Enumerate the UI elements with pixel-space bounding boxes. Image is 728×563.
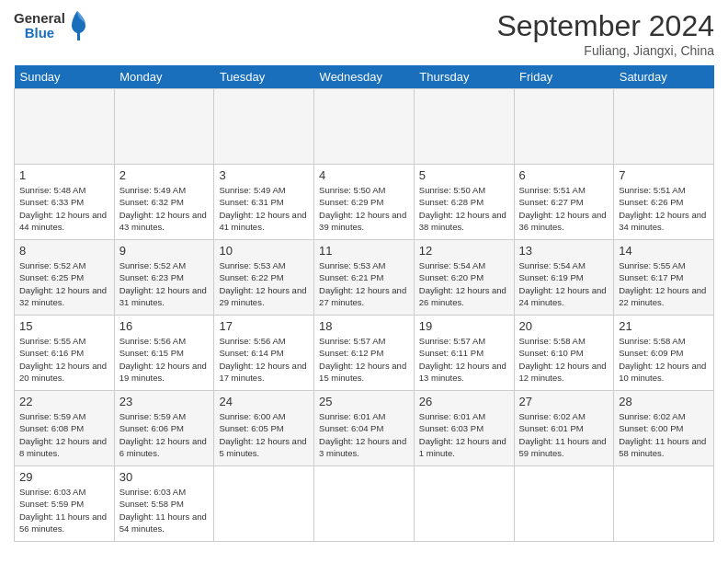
day-info: Sunrise: 5:54 AM Sunset: 6:20 PM Dayligh… bbox=[419, 259, 509, 308]
day-number: 23 bbox=[119, 395, 210, 408]
day-info: Sunrise: 5:49 AM Sunset: 6:32 PM Dayligh… bbox=[119, 184, 210, 233]
day-info: Sunrise: 5:58 AM Sunset: 6:09 PM Dayligh… bbox=[619, 335, 709, 384]
day-number: 8 bbox=[19, 244, 109, 258]
table-row: 21 Sunrise: 5:58 AM Sunset: 6:09 PM Dayl… bbox=[614, 316, 714, 391]
table-row bbox=[614, 89, 714, 165]
calendar-row: 22 Sunrise: 5:59 AM Sunset: 6:08 PM Dayl… bbox=[15, 391, 714, 466]
day-info: Sunrise: 5:53 AM Sunset: 6:21 PM Dayligh… bbox=[319, 259, 409, 308]
table-row: 7 Sunrise: 5:51 AM Sunset: 6:26 PM Dayli… bbox=[614, 165, 714, 240]
day-info: Sunrise: 5:55 AM Sunset: 6:16 PM Dayligh… bbox=[19, 335, 109, 384]
table-row: 18 Sunrise: 5:57 AM Sunset: 6:12 PM Dayl… bbox=[314, 316, 415, 391]
day-number: 27 bbox=[519, 395, 609, 408]
day-info: Sunrise: 5:49 AM Sunset: 6:31 PM Dayligh… bbox=[219, 184, 309, 233]
table-row: 2 Sunrise: 5:49 AM Sunset: 6:32 PM Dayli… bbox=[114, 165, 214, 240]
day-info: Sunrise: 5:59 AM Sunset: 6:06 PM Dayligh… bbox=[119, 410, 210, 459]
day-info: Sunrise: 5:53 AM Sunset: 6:22 PM Dayligh… bbox=[219, 259, 309, 308]
table-row bbox=[414, 89, 514, 165]
day-number: 4 bbox=[319, 168, 409, 182]
day-info: Sunrise: 5:56 AM Sunset: 6:14 PM Dayligh… bbox=[219, 335, 309, 384]
table-row: 10 Sunrise: 5:53 AM Sunset: 6:22 PM Dayl… bbox=[214, 240, 314, 316]
day-number: 24 bbox=[219, 395, 309, 408]
table-row: 8 Sunrise: 5:52 AM Sunset: 6:25 PM Dayli… bbox=[15, 240, 115, 316]
day-number: 20 bbox=[519, 319, 609, 333]
day-number: 9 bbox=[119, 244, 210, 258]
table-row bbox=[15, 89, 115, 165]
table-row: 27 Sunrise: 6:02 AM Sunset: 6:01 PM Dayl… bbox=[514, 391, 614, 466]
day-number: 17 bbox=[219, 319, 309, 333]
day-number: 5 bbox=[419, 168, 509, 182]
table-row: 9 Sunrise: 5:52 AM Sunset: 6:23 PM Dayli… bbox=[114, 240, 214, 316]
day-number: 12 bbox=[419, 244, 509, 258]
day-info: Sunrise: 5:52 AM Sunset: 6:25 PM Dayligh… bbox=[19, 259, 109, 308]
calendar-table: Sunday Monday Tuesday Wednesday Thursday… bbox=[14, 65, 714, 542]
day-info: Sunrise: 6:01 AM Sunset: 6:04 PM Dayligh… bbox=[319, 410, 409, 459]
table-row: 28 Sunrise: 6:02 AM Sunset: 6:00 PM Dayl… bbox=[614, 391, 714, 466]
day-info: Sunrise: 5:55 AM Sunset: 6:17 PM Dayligh… bbox=[619, 259, 709, 308]
day-info: Sunrise: 6:00 AM Sunset: 6:05 PM Dayligh… bbox=[219, 410, 309, 459]
day-info: Sunrise: 5:48 AM Sunset: 6:33 PM Dayligh… bbox=[19, 184, 109, 233]
day-info: Sunrise: 5:50 AM Sunset: 6:29 PM Dayligh… bbox=[319, 184, 409, 233]
day-info: Sunrise: 5:57 AM Sunset: 6:12 PM Dayligh… bbox=[319, 335, 409, 384]
day-info: Sunrise: 5:57 AM Sunset: 6:11 PM Dayligh… bbox=[419, 335, 509, 384]
col-saturday: Saturday bbox=[614, 65, 714, 89]
col-wednesday: Wednesday bbox=[314, 65, 415, 89]
col-sunday: Sunday bbox=[15, 65, 115, 89]
title-area: September 2024 Fuliang, Jiangxi, China bbox=[496, 9, 714, 58]
day-number: 1 bbox=[19, 168, 109, 182]
table-row: 4 Sunrise: 5:50 AM Sunset: 6:29 PM Dayli… bbox=[314, 165, 415, 240]
col-tuesday: Tuesday bbox=[214, 65, 314, 89]
table-row: 16 Sunrise: 5:56 AM Sunset: 6:15 PM Dayl… bbox=[114, 316, 214, 391]
logo-bird-icon bbox=[67, 9, 87, 42]
day-number: 30 bbox=[119, 470, 210, 484]
calendar-row: 15 Sunrise: 5:55 AM Sunset: 6:16 PM Dayl… bbox=[15, 316, 714, 391]
calendar-row: 29 Sunrise: 6:03 AM Sunset: 5:59 PM Dayl… bbox=[15, 466, 714, 542]
day-number: 25 bbox=[319, 395, 409, 408]
header-row: Sunday Monday Tuesday Wednesday Thursday… bbox=[15, 65, 714, 89]
table-row: 6 Sunrise: 5:51 AM Sunset: 6:27 PM Dayli… bbox=[514, 165, 614, 240]
day-info: Sunrise: 5:51 AM Sunset: 6:26 PM Dayligh… bbox=[619, 184, 709, 233]
day-number: 11 bbox=[319, 244, 409, 258]
table-row: 14 Sunrise: 5:55 AM Sunset: 6:17 PM Dayl… bbox=[614, 240, 714, 316]
header: General Blue September 2024 Fuliang, Jia… bbox=[14, 9, 714, 58]
month-title: September 2024 bbox=[496, 9, 714, 43]
day-info: Sunrise: 6:03 AM Sunset: 5:59 PM Dayligh… bbox=[19, 486, 109, 534]
table-row bbox=[114, 89, 214, 165]
table-row: 24 Sunrise: 6:00 AM Sunset: 6:05 PM Dayl… bbox=[214, 391, 314, 466]
table-row: 15 Sunrise: 5:55 AM Sunset: 6:16 PM Dayl… bbox=[15, 316, 115, 391]
table-row bbox=[314, 466, 415, 542]
table-row: 22 Sunrise: 5:59 AM Sunset: 6:08 PM Dayl… bbox=[15, 391, 115, 466]
logo: General Blue bbox=[14, 9, 87, 42]
table-row: 25 Sunrise: 6:01 AM Sunset: 6:04 PM Dayl… bbox=[314, 391, 415, 466]
table-row: 20 Sunrise: 5:58 AM Sunset: 6:10 PM Dayl… bbox=[514, 316, 614, 391]
col-thursday: Thursday bbox=[414, 65, 514, 89]
day-number: 21 bbox=[619, 319, 709, 333]
day-number: 26 bbox=[419, 395, 509, 408]
day-info: Sunrise: 6:03 AM Sunset: 5:58 PM Dayligh… bbox=[119, 486, 210, 534]
day-number: 28 bbox=[619, 395, 709, 408]
table-row bbox=[514, 466, 614, 542]
day-info: Sunrise: 6:02 AM Sunset: 6:01 PM Dayligh… bbox=[519, 410, 609, 459]
day-info: Sunrise: 5:56 AM Sunset: 6:15 PM Dayligh… bbox=[119, 335, 210, 384]
table-row bbox=[514, 89, 614, 165]
table-row: 29 Sunrise: 6:03 AM Sunset: 5:59 PM Dayl… bbox=[15, 466, 115, 542]
table-row: 3 Sunrise: 5:49 AM Sunset: 6:31 PM Dayli… bbox=[214, 165, 314, 240]
day-number: 2 bbox=[119, 168, 210, 182]
day-info: Sunrise: 5:59 AM Sunset: 6:08 PM Dayligh… bbox=[19, 410, 109, 459]
location: Fuliang, Jiangxi, China bbox=[496, 43, 714, 58]
day-number: 29 bbox=[19, 470, 109, 484]
table-row: 5 Sunrise: 5:50 AM Sunset: 6:28 PM Dayli… bbox=[414, 165, 514, 240]
table-row: 30 Sunrise: 6:03 AM Sunset: 5:58 PM Dayl… bbox=[114, 466, 214, 542]
table-row: 1 Sunrise: 5:48 AM Sunset: 6:33 PM Dayli… bbox=[15, 165, 115, 240]
day-number: 15 bbox=[19, 319, 109, 333]
table-row: 17 Sunrise: 5:56 AM Sunset: 6:14 PM Dayl… bbox=[214, 316, 314, 391]
day-info: Sunrise: 5:58 AM Sunset: 6:10 PM Dayligh… bbox=[519, 335, 609, 384]
day-number: 16 bbox=[119, 319, 210, 333]
day-number: 6 bbox=[519, 168, 609, 182]
day-number: 10 bbox=[219, 244, 309, 258]
table-row bbox=[414, 466, 514, 542]
day-number: 13 bbox=[519, 244, 609, 258]
day-info: Sunrise: 5:51 AM Sunset: 6:27 PM Dayligh… bbox=[519, 184, 609, 233]
day-info: Sunrise: 5:54 AM Sunset: 6:19 PM Dayligh… bbox=[519, 259, 609, 308]
day-info: Sunrise: 6:01 AM Sunset: 6:03 PM Dayligh… bbox=[419, 410, 509, 459]
page-container: General Blue September 2024 Fuliang, Jia… bbox=[0, 0, 728, 551]
